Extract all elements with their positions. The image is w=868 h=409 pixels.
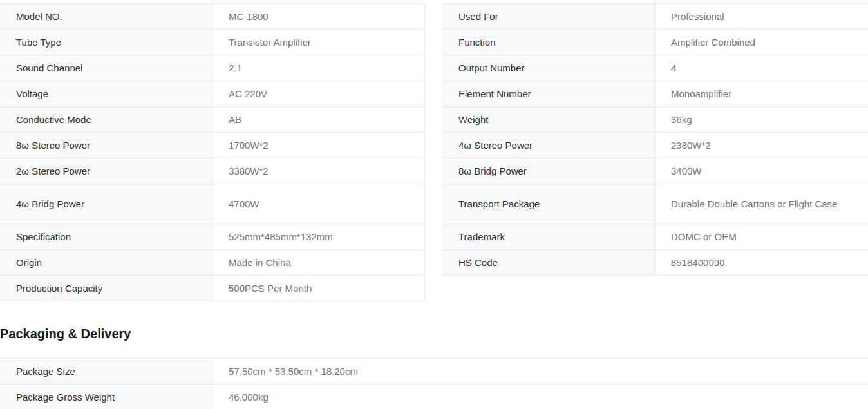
table-row: Trademark DOMC or OEM: [442, 224, 868, 250]
table-row: Package Size 57.50cm * 53.50cm * 18.20cm: [0, 359, 868, 385]
spec-value: 8518400090: [655, 250, 868, 275]
spec-value-text: AC 220V: [229, 86, 267, 102]
table-row: Element Number Monoamplifier: [442, 81, 868, 107]
spec-value: 525mm*485mm*132mm: [212, 224, 424, 249]
table-gap: [425, 3, 442, 301]
spec-value: 4700W: [212, 184, 424, 224]
table-row: Output Number 4: [442, 55, 868, 81]
product-specs-page: Model NO. MC-1800 Tube Type Transistor A…: [0, 3, 868, 409]
spec-table-right: Used For Professional Function Amplifier…: [442, 3, 868, 301]
spec-value-text: 2.1: [229, 60, 242, 77]
spec-value: 57.50cm * 53.50cm * 18.20cm: [212, 359, 868, 384]
table-row: Specification 525mm*485mm*132mm: [0, 224, 424, 250]
spec-table-left: Model NO. MC-1800 Tube Type Transistor A…: [0, 3, 425, 301]
spec-value: 500PCS Per Month: [212, 276, 424, 301]
spec-value-text: Monoamplifier: [671, 86, 731, 102]
spec-label: 8ω Stereo Power: [0, 133, 212, 158]
spec-value-text: Made in China: [229, 254, 291, 271]
spec-value-text: 46.000kg: [229, 389, 269, 406]
section-title-packaging: Packaging & Delivery: [0, 326, 868, 341]
spec-value-text: Transistor Amplifier: [229, 34, 311, 51]
spec-value-text: 2380W*2: [671, 137, 711, 154]
table-row: Sound Channel 2.1: [0, 55, 424, 81]
spec-value: 36kg: [655, 107, 868, 132]
spec-label: Production Capacity: [0, 276, 212, 301]
spec-label: Package Size: [0, 359, 212, 384]
table-row: Production Capacity 500PCS Per Month: [0, 276, 424, 301]
spec-label: 8ω Bridg Power: [442, 158, 655, 184]
spec-value: Professional: [655, 4, 868, 29]
table-row: Function Amplifier Combined: [442, 30, 868, 55]
spec-value-text: DOMC or OEM: [671, 229, 737, 245]
table-row: HS Code 8518400090: [442, 250, 868, 276]
spec-label: Output Number: [442, 55, 655, 81]
spec-value-text: 3400W: [671, 163, 702, 180]
spec-label: Transport Package: [442, 184, 655, 224]
table-row: 4ω Stereo Power 2380W*2: [442, 133, 868, 158]
spec-label: Tube Type: [0, 30, 212, 55]
spec-value-text: MC-1800: [229, 8, 269, 25]
spec-label: Specification: [0, 224, 212, 249]
spec-value: AC 220V: [212, 81, 424, 106]
spec-value-text: 500PCS Per Month: [229, 280, 312, 297]
spec-label: Element Number: [442, 81, 655, 106]
spec-value: Monoamplifier: [655, 81, 868, 106]
spec-value: 1700W*2: [212, 133, 424, 158]
spec-label: HS Code: [442, 250, 655, 275]
table-row: Package Gross Weight 46.000kg: [0, 385, 868, 409]
spec-value-text: Amplifier Combined: [671, 34, 755, 51]
spec-value-text: 1700W*2: [229, 137, 269, 154]
table-row: 4ω Bridg Power 4700W: [0, 184, 424, 224]
spec-label: 4ω Bridg Power: [0, 184, 212, 224]
spec-label: Used For: [442, 4, 655, 29]
spec-label: Voltage: [0, 81, 212, 106]
table-row: Origin Made in China: [0, 250, 424, 276]
spec-label: Origin: [0, 250, 212, 275]
spec-value: 3380W*2: [212, 158, 424, 184]
table-row: 2ω Stereo Power 3380W*2: [0, 158, 424, 184]
table-row: Weight 36kg: [442, 107, 868, 133]
table-row: Tube Type Transistor Amplifier: [0, 30, 424, 55]
spec-value-text: 8518400090: [671, 254, 724, 271]
table-row: 8ω Bridg Power 3400W: [442, 158, 868, 184]
spec-value-text: AB: [229, 111, 241, 128]
spec-value-text: Durable Double Cartons or Flight Case: [671, 196, 837, 213]
spec-label: Weight: [442, 107, 655, 132]
spec-label: 4ω Stereo Power: [442, 133, 655, 158]
spec-value: Amplifier Combined: [655, 30, 868, 55]
basic-info-tables: Model NO. MC-1800 Tube Type Transistor A…: [0, 3, 868, 301]
packaging-table: Package Size 57.50cm * 53.50cm * 18.20cm…: [0, 358, 868, 409]
spec-value: 3400W: [655, 158, 868, 184]
spec-value-text: 4: [671, 60, 676, 77]
table-row: Used For Professional: [442, 4, 868, 30]
spec-value-text: 3380W*2: [229, 163, 269, 180]
spec-value: 4: [655, 55, 868, 81]
spec-value-text: 57.50cm * 53.50cm * 18.20cm: [229, 363, 358, 380]
spec-value-text: 4700W: [229, 196, 259, 213]
spec-value: 2380W*2: [655, 133, 868, 158]
table-row: Transport Package Durable Double Cartons…: [442, 184, 868, 224]
spec-value-text: 36kg: [671, 111, 692, 128]
spec-value: MC-1800: [212, 4, 424, 29]
spec-label: Function: [442, 30, 655, 55]
table-row: Model NO. MC-1800: [0, 4, 424, 30]
spec-value: Durable Double Cartons or Flight Case: [655, 184, 868, 224]
spec-label: Conductive Mode: [0, 107, 212, 132]
spec-value: Made in China: [212, 250, 424, 275]
spec-value: DOMC or OEM: [655, 224, 868, 249]
spec-label: Model NO.: [0, 4, 212, 29]
spec-label: Trademark: [442, 224, 655, 249]
spec-value-text: Professional: [671, 8, 724, 25]
spec-label: 2ω Stereo Power: [0, 158, 212, 184]
spec-label: Package Gross Weight: [0, 385, 212, 409]
spec-value: AB: [212, 107, 424, 132]
table-row: Conductive Mode AB: [0, 107, 424, 133]
spec-value: Transistor Amplifier: [212, 30, 424, 55]
table-row: 8ω Stereo Power 1700W*2: [0, 133, 424, 158]
spec-value: 2.1: [212, 55, 424, 81]
spec-value: 46.000kg: [212, 385, 868, 409]
spec-value-text: 525mm*485mm*132mm: [229, 229, 333, 245]
spec-label: Sound Channel: [0, 55, 212, 81]
table-row: Voltage AC 220V: [0, 81, 424, 107]
